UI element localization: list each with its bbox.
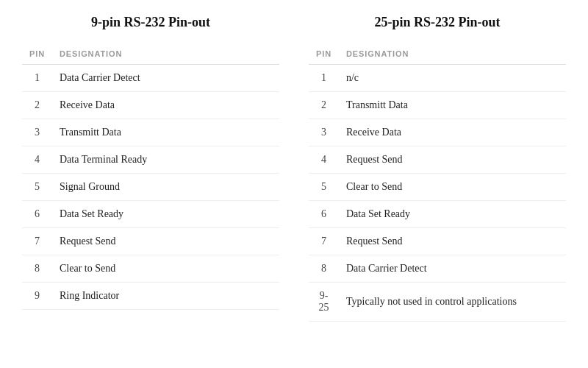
- table-row: 6Data Set Ready: [22, 201, 279, 228]
- pin-number: 3: [22, 119, 52, 146]
- pin-number: 1: [309, 65, 339, 92]
- table-row: 2Transmitt Data: [309, 92, 566, 119]
- table-row: 1n/c: [309, 65, 566, 92]
- pin-designation: Receive Data: [52, 92, 279, 119]
- pin-designation: Transmitt Data: [339, 92, 566, 119]
- pin-designation: Data Set Ready: [52, 201, 279, 228]
- table-row: 5Signal Ground: [22, 174, 279, 201]
- table-row: 3Receive Data: [309, 119, 566, 146]
- pin-designation: Request Send: [339, 146, 566, 174]
- twentyfive-pin-title: 25-pin RS-232 Pin-out: [309, 15, 566, 30]
- pin-number: 7: [309, 228, 339, 255]
- pin-number: 4: [309, 146, 339, 174]
- pin-number: 6: [22, 201, 52, 228]
- pin-number: 4: [22, 146, 52, 174]
- nine-pin-title: 9-pin RS-232 Pin-out: [22, 15, 279, 30]
- pin-designation: Ring Indicator: [52, 283, 279, 310]
- table-row: 4Data Terminal Ready: [22, 146, 279, 174]
- pin-number: 9-25: [309, 283, 339, 322]
- pin-number: 1: [22, 65, 52, 92]
- table-row: 7Request Send: [22, 228, 279, 255]
- twentyfive-pin-col-pin: PIN: [309, 45, 339, 65]
- table-row: 3Transmitt Data: [22, 119, 279, 146]
- table-row: 9-25Typically not used in control applic…: [309, 283, 566, 322]
- pin-designation: Request Send: [52, 228, 279, 255]
- twentyfive-pin-section: 25-pin RS-232 Pin-out PIN DESIGNATION 1n…: [309, 15, 566, 322]
- pin-designation: Typically not used in control applicatio…: [339, 283, 566, 322]
- pin-number: 8: [309, 255, 339, 283]
- nine-pin-table: PIN DESIGNATION 1Data Carrier Detect2Rec…: [22, 45, 279, 310]
- table-row: 8Data Carrier Detect: [309, 255, 566, 283]
- nine-pin-section: 9-pin RS-232 Pin-out PIN DESIGNATION 1Da…: [22, 15, 279, 322]
- table-row: 4Request Send: [309, 146, 566, 174]
- pin-number: 9: [22, 283, 52, 310]
- pin-designation: Data Set Ready: [339, 201, 566, 228]
- pin-number: 8: [22, 255, 52, 283]
- pin-designation: Receive Data: [339, 119, 566, 146]
- pin-designation: Data Carrier Detect: [52, 65, 279, 92]
- pin-number: 7: [22, 228, 52, 255]
- table-row: 1Data Carrier Detect: [22, 65, 279, 92]
- pin-number: 5: [22, 174, 52, 201]
- nine-pin-col-designation: DESIGNATION: [52, 45, 279, 65]
- tables-container: 9-pin RS-232 Pin-out PIN DESIGNATION 1Da…: [22, 15, 566, 322]
- table-row: 7Request Send: [309, 228, 566, 255]
- table-row: 6Data Set Ready: [309, 201, 566, 228]
- pin-number: 5: [309, 174, 339, 201]
- table-row: 9Ring Indicator: [22, 283, 279, 310]
- pin-designation: Request Send: [339, 228, 566, 255]
- pin-number: 3: [309, 119, 339, 146]
- nine-pin-col-pin: PIN: [22, 45, 52, 65]
- pin-designation: Clear to Send: [52, 255, 279, 283]
- pin-designation: Signal Ground: [52, 174, 279, 201]
- pin-number: 2: [22, 92, 52, 119]
- table-row: 2Receive Data: [22, 92, 279, 119]
- table-row: 5Clear to Send: [309, 174, 566, 201]
- pin-designation: Clear to Send: [339, 174, 566, 201]
- pin-number: 2: [309, 92, 339, 119]
- pin-designation: n/c: [339, 65, 566, 92]
- table-row: 8Clear to Send: [22, 255, 279, 283]
- twentyfive-pin-col-designation: DESIGNATION: [339, 45, 566, 65]
- pin-number: 6: [309, 201, 339, 228]
- pin-designation: Data Carrier Detect: [339, 255, 566, 283]
- pin-designation: Transmitt Data: [52, 119, 279, 146]
- twentyfive-pin-table: PIN DESIGNATION 1n/c2Transmitt Data3Rece…: [309, 45, 566, 322]
- pin-designation: Data Terminal Ready: [52, 146, 279, 174]
